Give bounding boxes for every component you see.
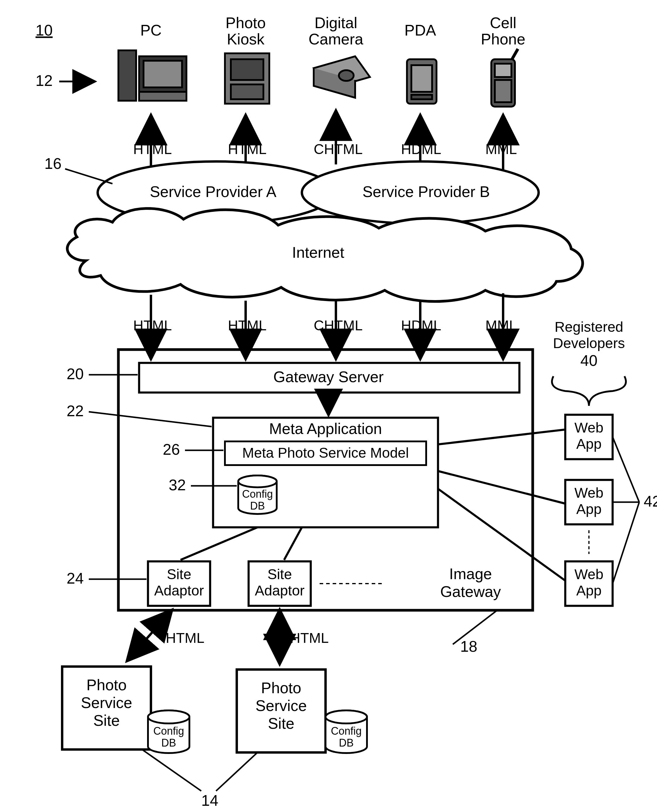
ref-26: 26 xyxy=(163,441,180,458)
svg-text:Config: Config xyxy=(331,725,362,737)
pc-label: PC xyxy=(140,22,162,39)
svg-rect-14 xyxy=(495,80,511,102)
proto-mid-0: HTML xyxy=(133,318,172,333)
svg-rect-6 xyxy=(231,59,263,80)
svg-text:Web: Web xyxy=(574,420,603,436)
svg-line-47 xyxy=(613,437,639,502)
svg-line-29 xyxy=(89,412,212,426)
svg-text:Site: Site xyxy=(93,712,120,729)
ref-16: 16 xyxy=(44,155,62,172)
svg-text:Site: Site xyxy=(268,715,294,732)
svg-text:App: App xyxy=(576,436,601,452)
figure-ref: 10 xyxy=(36,22,53,39)
svg-point-32 xyxy=(238,475,277,487)
svg-text:Web: Web xyxy=(574,567,603,582)
svg-text:App: App xyxy=(576,583,601,598)
svg-point-63 xyxy=(325,710,367,723)
meta-model-label: Meta Photo Service Model xyxy=(242,445,409,461)
site-adaptor-2-l1: Site xyxy=(268,567,292,582)
svg-line-21 xyxy=(65,169,112,184)
svg-rect-11 xyxy=(411,95,432,99)
svg-rect-10 xyxy=(411,65,432,92)
svg-line-49 xyxy=(613,502,639,584)
proto-mid-1: HTML xyxy=(228,318,267,333)
ref-24: 24 xyxy=(67,570,84,587)
svg-line-34 xyxy=(181,527,257,560)
proto-mid-2: CHTML xyxy=(314,318,363,333)
svg-line-15 xyxy=(512,49,518,59)
reg-dev-label-2: Developers xyxy=(553,335,625,351)
proto-top-0: HTML xyxy=(133,141,172,157)
svg-rect-3 xyxy=(143,61,182,87)
ref-18: 18 xyxy=(460,638,477,655)
svg-text:Service: Service xyxy=(255,697,307,714)
ref-40: 40 xyxy=(580,352,598,369)
svg-line-67 xyxy=(216,753,257,791)
svg-rect-4 xyxy=(139,92,187,101)
html-b-2: HTML xyxy=(290,630,329,646)
svg-text:Photo: Photo xyxy=(261,679,301,696)
proto-mid-3: HDML xyxy=(401,318,441,333)
phone-label-1: Cell xyxy=(490,14,517,31)
internet-label: Internet xyxy=(292,244,344,261)
kiosk-icon xyxy=(225,53,269,104)
svg-text:Config: Config xyxy=(153,725,184,737)
ref-32: 32 xyxy=(169,476,186,493)
pc-icon xyxy=(118,50,187,101)
proto-mid-4: MML xyxy=(485,318,517,333)
svg-text:DB: DB xyxy=(339,737,353,749)
pda-label: PDA xyxy=(405,22,436,39)
image-gateway-label-1: Image xyxy=(449,565,492,582)
row-ref: 12 xyxy=(36,72,53,89)
svg-rect-13 xyxy=(495,64,511,77)
kiosk-label-1: Photo xyxy=(226,14,266,31)
gateway-server-label: Gateway Server xyxy=(274,368,384,386)
svg-text:Service: Service xyxy=(81,694,132,711)
meta-app-label: Meta Application xyxy=(269,420,382,437)
kiosk-label-2: Kiosk xyxy=(227,31,265,48)
svg-line-66 xyxy=(142,750,201,791)
phone-icon xyxy=(491,49,518,107)
provider-b-label: Service Provider B xyxy=(363,183,490,200)
ref-20: 20 xyxy=(67,365,84,383)
proto-top-1: HTML xyxy=(228,141,267,157)
svg-line-44 xyxy=(438,429,565,444)
camera-label-1: Digital xyxy=(314,14,358,31)
ref-22: 22 xyxy=(67,402,84,420)
svg-text:Web: Web xyxy=(574,485,603,501)
proto-top-2: CHTML xyxy=(314,141,363,157)
provider-a-label: Service Provider A xyxy=(150,183,276,200)
reg-dev-label-1: Registered xyxy=(554,319,623,335)
svg-line-35 xyxy=(284,527,302,560)
proto-top-3: HDML xyxy=(401,141,441,157)
svg-rect-1 xyxy=(118,50,136,101)
ref-14: 14 xyxy=(201,792,218,809)
brace-icon xyxy=(552,376,626,406)
config-db-label-1: Config xyxy=(242,488,273,500)
svg-line-45 xyxy=(438,471,565,504)
config-db-label-2: DB xyxy=(250,500,265,512)
ref-42: 42 xyxy=(644,493,657,510)
pda-icon xyxy=(407,59,436,104)
image-gateway-label-2: Gateway xyxy=(440,583,501,600)
svg-text:DB: DB xyxy=(161,737,176,749)
svg-point-8 xyxy=(339,70,353,81)
site-adaptor-1-l1: Site xyxy=(167,567,191,582)
svg-text:Photo: Photo xyxy=(86,676,127,693)
svg-line-50 xyxy=(127,610,172,661)
camera-icon xyxy=(314,56,370,98)
site-adaptor-2-l2: Adaptor xyxy=(255,583,305,598)
svg-text:App: App xyxy=(576,501,601,517)
svg-point-56 xyxy=(148,710,189,723)
site-adaptor-1-l2: Adaptor xyxy=(154,583,204,598)
svg-rect-7 xyxy=(231,84,263,99)
phone-label-2: Phone xyxy=(481,31,525,48)
proto-top-4: MML xyxy=(485,141,517,157)
html-b-1: HTML xyxy=(166,630,204,646)
camera-label-2: Camera xyxy=(309,31,363,48)
